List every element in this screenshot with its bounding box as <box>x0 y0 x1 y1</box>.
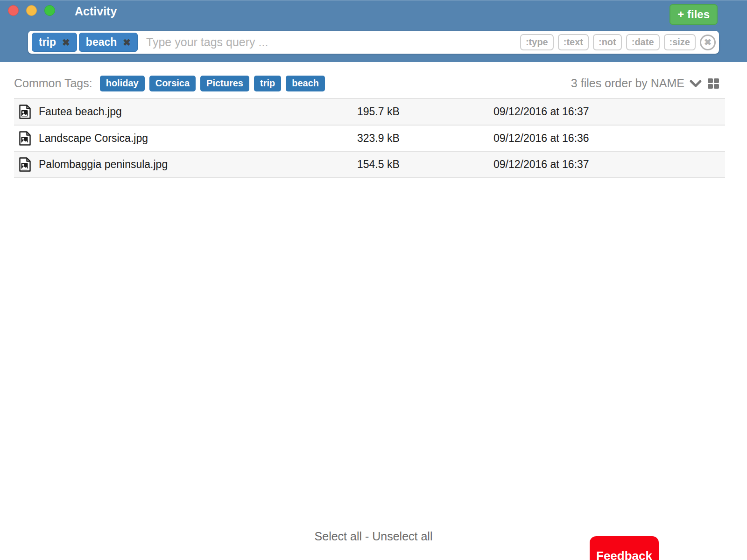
image-file-icon <box>19 131 31 146</box>
minimize-window-button[interactable] <box>26 5 37 16</box>
grid-view-icon[interactable] <box>707 77 720 90</box>
filter-date-button[interactable]: :date <box>626 34 660 50</box>
common-tag-corsica[interactable]: Corsica <box>149 76 196 91</box>
filter-type-button[interactable]: :type <box>520 34 554 50</box>
window-title: Activity <box>75 5 117 18</box>
active-tag-label: beach <box>86 36 117 49</box>
sort-control: 3 files order by NAME <box>571 77 720 90</box>
common-tag-beach[interactable]: beach <box>286 76 325 91</box>
feedback-button[interactable]: Feedback <box>590 536 659 560</box>
traffic-lights <box>8 5 63 16</box>
select-all-link[interactable]: Select all <box>315 530 362 543</box>
filter-not-button[interactable]: :not <box>593 34 622 50</box>
active-tag-chip[interactable]: trip ✖ <box>32 33 77 52</box>
common-tag-pictures[interactable]: Pictures <box>200 76 249 91</box>
clear-query-icon[interactable]: ✖ <box>700 35 716 50</box>
filter-text-button[interactable]: :text <box>558 34 589 50</box>
close-window-button[interactable] <box>8 5 19 16</box>
file-date: 09/12/2016 at 16:36 <box>493 132 725 145</box>
file-row[interactable]: Landscape Corsica.jpg 323.9 kB 09/12/201… <box>14 125 725 151</box>
titlebar: Activity + files trip ✖ beach ✖ :type :t… <box>0 0 747 62</box>
image-file-icon <box>19 105 31 119</box>
file-name: Landscape Corsica.jpg <box>39 132 357 145</box>
file-date: 09/12/2016 at 16:37 <box>493 158 725 171</box>
remove-tag-icon[interactable]: ✖ <box>62 38 70 47</box>
chevron-down-icon[interactable] <box>689 79 702 88</box>
file-name: Fautea beach.jpg <box>39 105 357 118</box>
file-size: 154.5 kB <box>357 158 493 171</box>
add-files-button[interactable]: + files <box>669 4 718 25</box>
zoom-window-button[interactable] <box>44 5 55 16</box>
file-size: 195.7 kB <box>357 105 493 118</box>
unselect-all-link[interactable]: Unselect all <box>372 530 432 543</box>
file-name: Palombaggia peninsula.jpg <box>39 158 357 171</box>
file-list: Fautea beach.jpg 195.7 kB 09/12/2016 at … <box>14 98 725 178</box>
common-tag-trip[interactable]: trip <box>254 76 281 91</box>
active-tag-chip[interactable]: beach ✖ <box>79 33 138 52</box>
filter-size-button[interactable]: :size <box>664 34 696 50</box>
common-tags-label: Common Tags: <box>14 77 92 90</box>
selection-separator: - <box>362 530 372 543</box>
common-tags-row: Common Tags: holiday Corsica Pictures tr… <box>14 75 720 92</box>
tags-query-input[interactable] <box>138 35 516 49</box>
file-date: 09/12/2016 at 16:37 <box>493 105 725 118</box>
active-tag-label: trip <box>39 36 56 49</box>
tags-query-bar: trip ✖ beach ✖ :type :text :not :date :s… <box>28 31 719 54</box>
remove-tag-icon[interactable]: ✖ <box>123 38 131 47</box>
image-file-icon <box>19 157 31 172</box>
files-count-sort-label: 3 files order by NAME <box>571 77 684 90</box>
file-row[interactable]: Fautea beach.jpg 195.7 kB 09/12/2016 at … <box>14 98 725 125</box>
common-tag-holiday[interactable]: holiday <box>100 76 145 91</box>
file-row[interactable]: Palombaggia peninsula.jpg 154.5 kB 09/12… <box>14 151 725 178</box>
file-size: 323.9 kB <box>357 132 493 145</box>
